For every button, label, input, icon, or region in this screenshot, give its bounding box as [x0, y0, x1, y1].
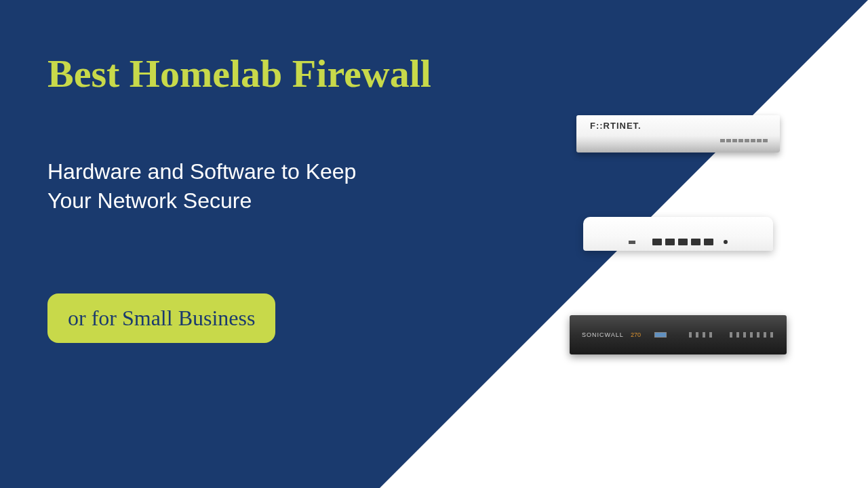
fortinet-device-icon — [576, 115, 780, 152]
page-title: Best Homelab Firewall — [47, 51, 431, 96]
small-business-badge: or for Small Business — [47, 293, 275, 343]
device-images: SONICWALL 270 — [570, 115, 787, 354]
white-router-device-icon — [583, 217, 773, 251]
sonicwall-model-label: 270 — [631, 331, 641, 338]
sonicwall-brand-label: SONICWALL — [582, 331, 624, 338]
page-subtitle: Hardware and Software to Keep Your Netwo… — [47, 157, 400, 216]
text-content: Best Homelab Firewall Hardware and Softw… — [47, 51, 431, 343]
sonicwall-device-icon: SONICWALL 270 — [570, 315, 787, 354]
